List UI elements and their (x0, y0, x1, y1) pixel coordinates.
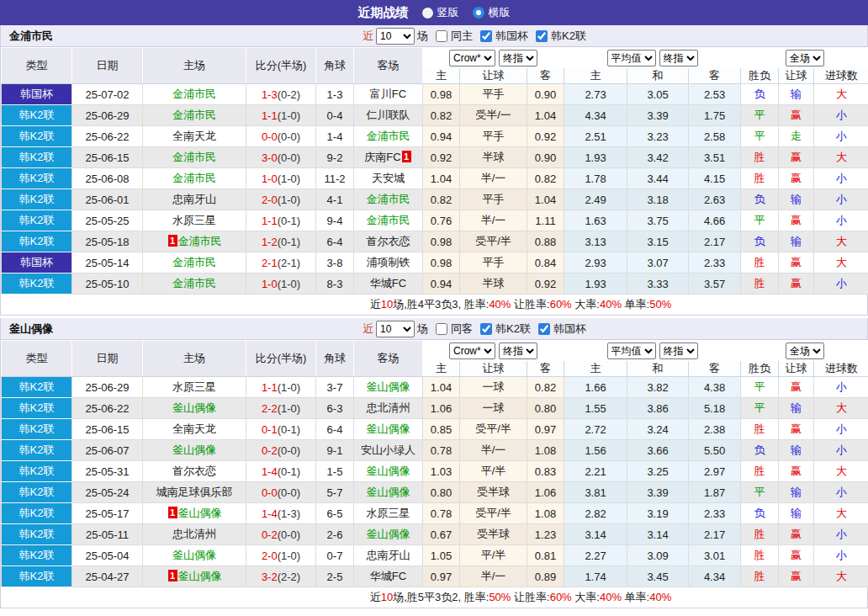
avg-odds-cell: 3.39 (627, 105, 689, 126)
matches-table: 类型 日期 主场 比分(半场) 角球 客场 Crow*终指 平均值终指 全场 主… (1, 47, 868, 295)
league-type-badge: 韩K2联 (2, 273, 72, 295)
avg-odds-cell: 4.38 (689, 377, 741, 398)
score-cell: 0-0(0-0) (246, 482, 316, 503)
score-cell: 1-1(0-1) (246, 210, 316, 231)
league-filter-checkbox[interactable] (538, 323, 550, 335)
odds-cell: 1.23 (527, 524, 564, 545)
away-team-cell: 首尔衣恋 (354, 231, 423, 252)
same-venue-checkbox[interactable] (436, 30, 447, 42)
match-date: 25-06-15 (72, 147, 143, 168)
col-avg-home: 主 (564, 68, 627, 84)
near-label: 近 (363, 29, 373, 44)
match-row: 韩K2联25-06-22釜山偶像2-2(1-0)6-3忠北清州1.06一球0.8… (2, 398, 868, 419)
home-team-cell: 1釜山偶像 (143, 566, 246, 587)
match-date: 25-06-15 (72, 419, 143, 440)
home-team-name: 金浦市民 (172, 88, 216, 100)
col-type: 类型 (2, 48, 72, 84)
halftime-score: (0-1) (278, 423, 300, 436)
filter-controls: 近 10 场 同主 韩国杯 韩K2联 (363, 28, 586, 45)
home-team-cell: 首尔衣恋 (143, 461, 246, 482)
league-filter-checkbox[interactable] (480, 323, 492, 335)
result-cell: 输 (779, 398, 814, 419)
summary-segment: 大率: (572, 298, 600, 311)
avg-odds-cell: 3.23 (627, 126, 689, 147)
score-cell: 2-0(1-0) (246, 545, 316, 566)
result-cell: 小 (814, 419, 868, 440)
avg-odds-cell: 5.50 (689, 440, 741, 461)
away-team-name: 浦项制铁 (367, 256, 410, 268)
summary-segment: 10 (381, 591, 393, 603)
avg-group-header: 平均值终指 (564, 48, 741, 68)
away-team-cell: 釜山偶像 (354, 524, 423, 545)
odds-cell: 0.82 (527, 377, 564, 398)
result-cell: 大 (814, 231, 868, 252)
home-team-name: 水原三星 (172, 214, 216, 226)
summary-segment: 场,胜5平3负2, 胜率: (393, 591, 489, 603)
same-venue-checkbox[interactable] (436, 323, 447, 335)
avg-odds-cell: 2.17 (689, 231, 741, 252)
match-row: 韩K2联25-06-29水原三星1-1(1-0)3-7釜山偶像1.04一球0.8… (2, 377, 868, 398)
odds-cell: 1.11 (527, 210, 564, 231)
result-cell: 胜 (741, 419, 779, 440)
games-count-select[interactable]: 10 (376, 28, 415, 45)
col-date: 日期 (72, 341, 143, 377)
avg-odds-cell: 3.45 (627, 566, 689, 587)
halftime-score: (1-0) (278, 109, 300, 122)
odds-company-select[interactable]: Crow* (449, 343, 495, 359)
home-team-name: 金浦市民 (172, 172, 216, 184)
score-cell: 1-4(1-3) (246, 503, 316, 524)
corner-cell: 4-1 (316, 189, 354, 210)
games-count-select[interactable]: 10 (376, 321, 415, 337)
avg-company-select[interactable]: 平均值 (607, 343, 656, 359)
halftime-score: (1-0) (278, 278, 300, 290)
avg-odds-cell: 3.05 (627, 84, 689, 105)
match-scope-select[interactable]: 全场 (786, 343, 824, 359)
odds-final-select[interactable]: 终指 (499, 50, 537, 66)
league-filter-checkbox[interactable] (536, 30, 548, 42)
match-row: 韩K2联25-05-181金浦市民1-2(0-1)6-4首尔衣恋0.98受平/半… (2, 231, 868, 252)
league-type-badge: 韩K2联 (2, 168, 72, 189)
col-home: 主场 (143, 341, 246, 377)
league-type-badge: 韩K2联 (2, 503, 72, 524)
avg-odds-cell: 1.75 (689, 105, 741, 126)
odds-final-select[interactable]: 终指 (499, 343, 537, 359)
halftime-score: (1-0) (278, 381, 300, 394)
col-odds-away: 客 (527, 68, 564, 84)
home-team-cell: 釜山偶像 (143, 440, 246, 461)
away-team-cell: 浦项制铁 (354, 252, 423, 273)
avg-company-select[interactable]: 平均值 (607, 50, 656, 66)
match-date: 25-06-01 (72, 189, 143, 210)
avg-odds-cell: 4.34 (564, 105, 627, 126)
summary-segment: 近 (370, 298, 381, 311)
odds-cell: 受半球 (460, 524, 527, 545)
match-date: 25-05-25 (72, 210, 143, 231)
away-team-name: 金浦市民 (367, 130, 410, 142)
odds-company-select[interactable]: Crow* (449, 50, 495, 66)
avg-final-select[interactable]: 终指 (659, 50, 698, 66)
league-type-badge: 韩K2联 (2, 398, 72, 419)
col-odds-handicap: 让球 (460, 68, 527, 84)
home-team-cell: 釜山偶像 (143, 398, 246, 419)
away-team-cell: 金浦市民 (354, 210, 423, 231)
odds-cell: 1.04 (527, 105, 564, 126)
result-cell: 胜 (741, 252, 779, 273)
layout-horizontal-radio[interactable]: 横版 (473, 5, 511, 20)
games-suffix-label: 场 (417, 321, 428, 337)
layout-vertical-radio[interactable]: 竖版 (422, 5, 459, 20)
halftime-score: (1-3) (278, 507, 300, 520)
avg-odds-cell: 5.18 (689, 398, 741, 419)
avg-odds-cell: 3.42 (627, 147, 689, 168)
result-cell: 大 (814, 252, 868, 273)
league-filter-checkbox[interactable] (480, 30, 492, 42)
league-type-badge: 韩K2联 (2, 105, 72, 126)
fulltime-score: 1-3 (262, 88, 278, 101)
avg-final-select[interactable]: 终指 (659, 343, 698, 359)
match-date: 25-05-10 (72, 273, 143, 295)
halftime-score: (0-1) (278, 465, 300, 478)
odds-cell: 1.06 (527, 482, 564, 503)
result-cell: 输 (779, 503, 814, 524)
score-cell: 0-2(0-0) (246, 524, 316, 545)
away-team-cell: 水原三星 (354, 503, 423, 524)
avg-odds-cell: 2.17 (689, 524, 741, 545)
match-scope-select[interactable]: 全场 (786, 50, 824, 66)
